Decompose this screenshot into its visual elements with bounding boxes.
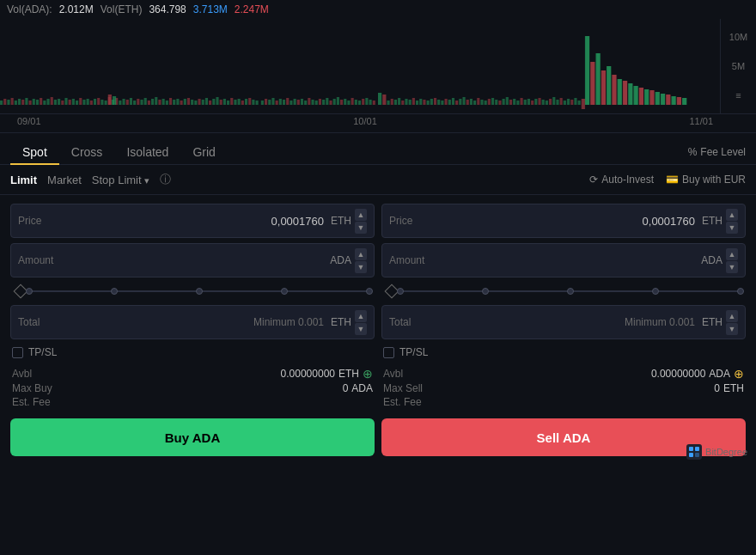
svg-rect-185 [695,453,699,457]
svg-rect-138 [427,101,430,105]
sell-total-input[interactable]: Total Minimum 0.001 ETH ▲ ▼ [381,305,746,339]
svg-rect-122 [358,101,361,105]
buy-total-input[interactable]: Total Minimum 0.001 ETH ▲ ▼ [10,305,375,339]
buy-tpsl-checkbox[interactable] [12,347,23,358]
buy-total-label: Total [18,316,40,328]
sell-amount-stepper[interactable]: ▲ ▼ [726,248,738,273]
svg-rect-63 [227,101,229,105]
auto-invest-button[interactable]: ⟳ Auto-Invest [589,174,654,186]
sell-total-min-label: Minimum 0.001 [411,316,695,328]
sell-price-down[interactable]: ▼ [726,222,738,234]
sell-slider-dot-25[interactable] [482,288,489,295]
sell-panel: Price 0,0001760 ETH ▲ ▼ Amount ADA ▲ ▼ [381,204,746,456]
tab-spot[interactable]: Spot [10,140,59,164]
sell-amount-up[interactable]: ▲ [726,248,738,260]
order-type-market[interactable]: Market [47,174,82,186]
sell-slider-dot-0[interactable] [397,288,404,295]
buy-price-currency: ETH [327,215,351,227]
svg-rect-65 [234,100,236,105]
buy-total-up[interactable]: ▲ [355,310,367,322]
svg-rect-163 [516,101,519,105]
tab-cross[interactable]: Cross [59,140,115,164]
buy-price-stepper[interactable]: ▲ ▼ [355,209,367,234]
tabs-row: Spot Cross Isolated Grid % Fee Level [0,133,756,165]
buy-total-stepper[interactable]: ▲ ▼ [355,310,367,335]
tab-isolated[interactable]: Isolated [114,140,180,164]
svg-rect-140 [434,98,436,105]
info-icon[interactable]: ⓘ [160,172,171,187]
buy-amount-up[interactable]: ▲ [355,248,367,260]
buy-slider-dot-50[interactable] [196,288,203,295]
sell-total-stepper[interactable]: ▲ ▼ [726,310,738,335]
buy-info-rows: Avbl 0.00000000 ETH ⊕ Max Buy 0 ADA Est. [10,365,375,410]
buy-total-down[interactable]: ▼ [355,323,367,335]
chart-body: 10M 5M ≡ [0,19,756,113]
sell-amount-down[interactable]: ▼ [726,261,738,273]
buy-price-up[interactable]: ▲ [355,209,367,221]
sell-total-up[interactable]: ▲ [726,310,738,322]
order-type-row: Limit Market Stop Limit ⓘ ⟳ Auto-Invest … [0,165,756,195]
auto-invest-icon: ⟳ [589,174,598,186]
svg-rect-110 [315,101,318,105]
fee-level-button[interactable]: % Fee Level [688,146,746,158]
svg-rect-121 [355,100,357,105]
svg-rect-3 [11,98,14,105]
axis-5m: 5M [732,61,745,71]
buy-amount-stepper[interactable]: ▲ ▼ [355,248,367,273]
bitdegree-icon [686,444,702,460]
order-type-stop-limit[interactable]: Stop Limit [92,174,149,186]
sell-amount-input[interactable]: Amount ADA ▲ ▼ [381,243,746,278]
buy-avbl-plus-icon[interactable]: ⊕ [363,367,373,381]
sell-slider-dot-75[interactable] [652,288,659,295]
sell-estfee-row: Est. Fee [383,396,744,408]
svg-rect-154 [485,101,487,105]
buy-amount-down[interactable]: ▼ [355,261,367,273]
svg-rect-176 [564,101,566,105]
sell-price-input[interactable]: Price 0,0001760 ETH ▲ ▼ [381,204,746,238]
svg-rect-133 [409,100,412,105]
sell-price-up[interactable]: ▲ [726,209,738,221]
buy-total-currency: ETH [327,316,351,328]
trading-panels: Price 0,0001760 ETH ▲ ▼ Amount ADA ▲ ▼ [0,195,756,465]
svg-rect-174 [556,100,558,105]
buy-with-eur-button[interactable]: 💳 Buy with EUR [666,174,746,186]
sell-slider-track[interactable] [400,290,741,292]
buy-tpsl-label: TP/SL [28,346,57,358]
date-1: 09/01 [17,116,41,126]
filter-icon[interactable]: ≡ [735,90,741,101]
buy-amount-currency: ADA [327,254,351,266]
svg-rect-113 [326,98,328,105]
watermark-text: BitDegree [705,447,747,457]
chart-axis: 10M 5M ≡ [720,19,756,113]
buy-slider-dot-25[interactable] [111,288,118,295]
order-type-limit[interactable]: Limit [10,174,37,186]
svg-rect-33 [119,101,121,105]
svg-rect-72 [108,95,112,105]
sell-total-down[interactable]: ▼ [726,323,738,335]
svg-rect-165 [524,100,527,105]
tab-grid[interactable]: Grid [180,140,227,164]
sell-avbl-plus-icon[interactable]: ⊕ [734,367,744,381]
svg-rect-47 [169,98,172,105]
buy-avbl-label: Avbl [12,368,32,380]
svg-rect-125 [369,100,372,105]
svg-rect-104 [294,99,296,105]
sell-total-currency: ETH [698,316,722,328]
sell-tpsl-checkbox[interactable] [383,347,394,358]
buy-slider-track[interactable] [29,290,369,292]
sell-slider-dot-50[interactable] [567,288,574,295]
sell-amount-label: Amount [389,254,432,266]
buy-amount-input[interactable]: Amount ADA ▲ ▼ [10,243,375,278]
svg-rect-88 [649,90,654,105]
sell-price-stepper[interactable]: ▲ ▼ [726,209,738,234]
buy-ada-button[interactable]: Buy ADA [10,418,375,456]
buy-price-down[interactable]: ▼ [355,222,367,234]
svg-rect-149 [466,100,469,105]
buy-slider-dot-75[interactable] [281,288,288,295]
svg-rect-22 [79,98,82,105]
buy-price-input[interactable]: Price 0,0001760 ETH ▲ ▼ [10,204,375,238]
order-type-actions: ⟳ Auto-Invest 💳 Buy with EUR [589,174,746,186]
buy-slider-dot-0[interactable] [26,288,33,295]
buy-slider-dot-100[interactable] [366,288,373,295]
sell-slider-dot-100[interactable] [737,288,744,295]
